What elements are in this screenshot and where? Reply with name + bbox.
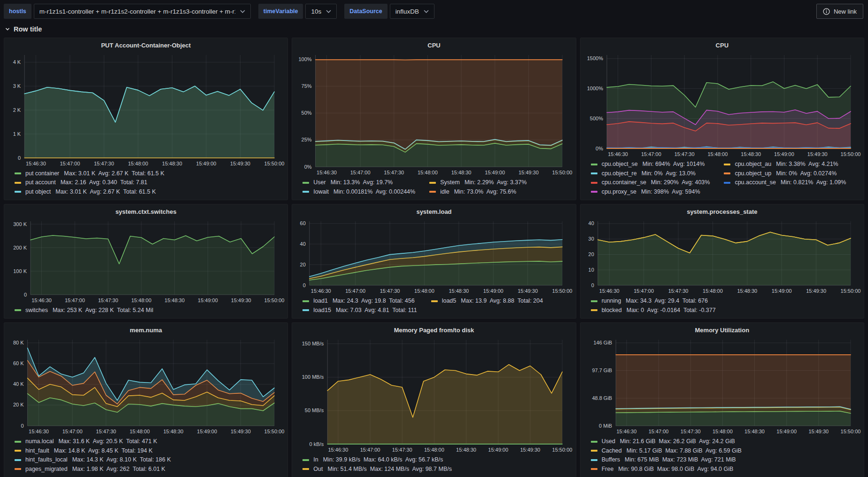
svg-text:15:48:00: 15:48:00 <box>130 429 150 434</box>
chart-put-account-container-object[interactable]: 15:46:3015:47:0015:47:3015:48:0015:48:30… <box>8 51 284 168</box>
panel-cpu: CPU15:46:3015:47:0015:47:3015:48:0015:48… <box>292 38 576 200</box>
legend-item-hint-faults-local[interactable]: hint_faults_localMax: 14.3 K Avg: 8.10 K… <box>15 455 171 465</box>
chart-mem-numa[interactable]: 15:46:3015:47:0015:47:3015:48:0015:48:30… <box>8 336 284 436</box>
legend-item-pages-migrated[interactable]: pages_migratedMax: 1.98 K Avg: 262 Total… <box>15 465 171 474</box>
svg-text:15:46:30: 15:46:30 <box>31 297 52 303</box>
svg-text:15:47:00: 15:47:00 <box>62 429 83 434</box>
legend-item-put-container[interactable]: put containerMax: 3.01 K Avg: 2.67 K Tot… <box>15 169 164 179</box>
panel-title[interactable]: Memory Paged from/to disk <box>296 325 572 336</box>
svg-text:15:50:00: 15:50:00 <box>264 297 285 303</box>
legend-item-idle[interactable]: idleMin: 73.0% Avg: 75.6% <box>429 188 527 197</box>
panel-system-load: system.load15:46:3015:47:0015:47:3015:48… <box>292 204 576 319</box>
panel-system-ctxt-switches: system.ctxt.switches15:46:3015:47:0015:4… <box>4 204 288 319</box>
legend-item-in[interactable]: InMin: 39.9 kB/s Max: 64.0 kB/s Avg: 56.… <box>302 455 452 465</box>
svg-text:3 K: 3 K <box>13 83 21 89</box>
legend-item-cached[interactable]: CachedMin: 5.17 GiB Max: 7.88 GiB Avg: 6… <box>591 446 742 456</box>
chart-cpu[interactable]: 15:46:3015:47:0015:47:3015:48:0015:48:30… <box>584 51 860 158</box>
legend-item-cpu-container-se[interactable]: cpu.container_seMin: 290% Avg: 403% <box>591 178 710 188</box>
legend-item-numa-local[interactable]: numa.localMax: 31.6 K Avg: 20.5 K Total:… <box>15 437 171 446</box>
chart-memory-paged-from-to-disk[interactable]: 15:46:3015:47:0015:47:3015:48:0015:48:30… <box>296 336 572 454</box>
series-label: put object <box>25 188 51 197</box>
chart-system-processes-state[interactable]: 15:46:3015:47:0015:47:3015:48:0015:48:30… <box>584 218 860 295</box>
series-color-swatch <box>302 300 309 302</box>
series-color-swatch <box>591 468 597 470</box>
series-stats: Max: 14.8 K Avg: 8.45 K Total: 194 K <box>54 446 153 456</box>
variable-datasource-dropdown[interactable]: influxDB <box>390 4 434 19</box>
legend-item-load15[interactable]: load15Max: 7.03 Avg: 4.81 Total: 111 <box>302 306 417 315</box>
series-label: cpu.object_au <box>735 160 771 169</box>
panel-title[interactable]: mem.numa <box>8 325 284 336</box>
panel-title[interactable]: CPU <box>584 40 860 51</box>
legend-item-cpu-object-se[interactable]: cpu.object_seMin: 694% Avg: 1014% <box>591 160 710 169</box>
legend-item-used[interactable]: UsedMin: 21.6 GiB Max: 26.2 GiB Avg: 24.… <box>591 437 742 446</box>
series-label: load5 <box>442 297 457 306</box>
panel-title[interactable]: CPU <box>296 40 572 51</box>
svg-text:15:47:30: 15:47:30 <box>380 288 400 294</box>
chart-memory-utilization[interactable]: 15:46:3015:47:0015:47:3015:48:0015:48:30… <box>584 336 860 436</box>
svg-text:2 K: 2 K <box>13 107 21 113</box>
series-stats: Max: 3.01 K Avg: 2.67 K Total: 61.5 K <box>64 169 164 179</box>
series-label: hint_faults_local <box>25 455 68 465</box>
legend-item-put-account[interactable]: put accountMax: 2.16 Avg: 0.340 Total: 7… <box>15 178 164 188</box>
variable-hostls-dropdown[interactable]: m-r1z1s1-controller + m-r1z1s2-controlle… <box>34 4 251 19</box>
svg-text:15:47:00: 15:47:00 <box>60 161 80 166</box>
svg-text:15:50:00: 15:50:00 <box>840 288 860 294</box>
variable-time-dropdown[interactable]: 10s <box>305 4 337 19</box>
legend-item-cpu-object-re[interactable]: cpu.object_reMin: 0% Avg: 13.0% <box>591 169 710 179</box>
series-stats: Min: 73.0% Avg: 75.6% <box>454 188 517 197</box>
legend-item-load1[interactable]: load1Max: 24.3 Avg: 19.8 Total: 456 <box>302 297 417 306</box>
svg-text:300 K: 300 K <box>13 221 27 227</box>
series-stats: Min: 2.29% Avg: 3.37% <box>465 178 527 188</box>
series-color-swatch <box>591 191 597 193</box>
chart-system-ctxt-switches[interactable]: 15:46:3015:47:0015:47:3015:48:0015:48:30… <box>8 218 284 305</box>
legend-item-system[interactable]: SystemMin: 2.29% Avg: 3.37% <box>429 178 527 188</box>
panel-title[interactable]: Memory Utilization <box>584 325 860 336</box>
panel-title[interactable]: PUT Account-Container-Object <box>8 40 284 51</box>
legend-item-hint-fault[interactable]: hint_faultMax: 14.8 K Avg: 8.45 K Total:… <box>15 446 171 456</box>
row-header[interactable]: Row title <box>0 23 868 38</box>
legend-item-free[interactable]: FreeMin: 90.8 GiB Max: 98.0 GiB Avg: 94.… <box>591 465 742 474</box>
series-color-swatch <box>302 468 309 470</box>
legend: UsedMin: 21.6 GiB Max: 26.2 GiB Avg: 24.… <box>584 436 860 474</box>
chart-system-load[interactable]: 15:46:3015:47:0015:47:3015:48:0015:48:30… <box>296 218 572 295</box>
series-color-swatch <box>724 172 730 174</box>
series-color-swatch <box>591 164 597 165</box>
series-stats: Min: 290% Avg: 403% <box>651 178 710 188</box>
series-label: switches <box>25 306 48 315</box>
chart-cpu[interactable]: 15:46:3015:47:0015:47:3015:48:0015:48:30… <box>296 51 572 177</box>
legend-item-user[interactable]: UserMin: 13.3% Avg: 19.7% <box>302 178 415 188</box>
legend-item-cpu-object-up[interactable]: cpu.object_upMin: 0% Avg: 0.0274% <box>724 169 846 179</box>
series-stats: Max: 7.03 Avg: 4.81 Total: 111 <box>336 306 417 315</box>
svg-text:15:49:00: 15:49:00 <box>771 288 791 294</box>
svg-text:100 K: 100 K <box>13 268 27 274</box>
svg-text:15:47:00: 15:47:00 <box>346 288 366 294</box>
svg-text:25%: 25% <box>302 137 312 142</box>
legend-item-cpu-account-se[interactable]: cpu.account_seMin: 0.821% Avg: 1.09% <box>724 178 846 188</box>
panel-title[interactable]: system.processes_state <box>584 206 860 218</box>
series-label: pages_migrated <box>25 465 68 474</box>
svg-text:150 MB/s: 150 MB/s <box>302 341 324 346</box>
new-link-button[interactable]: New link <box>816 4 863 19</box>
legend-item-buffers[interactable]: BuffersMin: 675 MiB Max: 723 MiB Avg: 72… <box>591 455 742 465</box>
svg-text:15:46:30: 15:46:30 <box>328 447 349 453</box>
series-stats: Max: 3.01 K Avg: 2.67 K Total: 61.5 K <box>55 188 156 197</box>
series-stats: Min: 694% Avg: 1014% <box>643 160 705 169</box>
legend-item-put-object[interactable]: put objectMax: 3.01 K Avg: 2.67 K Total:… <box>15 188 164 197</box>
series-label: numa.local <box>25 437 54 446</box>
legend-item-running[interactable]: runningMax: 34.3 Avg: 29.4 Total: 676 <box>591 297 716 306</box>
legend-item-cpu-object-au[interactable]: cpu.object_auMin: 3.38% Avg: 4.21% <box>724 160 846 169</box>
legend-item-out[interactable]: OutMin: 51.4 MB/s Max: 124 MB/s Avg: 98.… <box>302 465 452 474</box>
svg-text:20: 20 <box>588 251 594 257</box>
series-label: put account <box>25 178 56 188</box>
legend-item-load5[interactable]: load5Max: 13.9 Avg: 8.88 Total: 204 <box>431 297 543 306</box>
panel-memory-paged-from-to-disk: Memory Paged from/to disk15:46:3015:47:0… <box>292 322 576 477</box>
variable-time-label: timeVariable <box>258 4 303 19</box>
panel-title[interactable]: system.ctxt.switches <box>8 206 284 218</box>
svg-text:100%: 100% <box>299 56 312 62</box>
legend-item-blocked[interactable]: blockedMax: 0 Avg: -0.0164 Total: -0.377 <box>591 306 716 315</box>
panel-title[interactable]: system.load <box>296 206 572 218</box>
legend-item-switches[interactable]: switchesMax: 253 K Avg: 228 K Total: 5.2… <box>15 306 153 315</box>
legend-item-cpu-proxy-se[interactable]: cpu.proxy_seMin: 398% Avg: 594% <box>591 188 710 197</box>
series-color-swatch <box>591 450 597 452</box>
legend-item-iowait[interactable]: IowaitMin: 0.00181% Avg: 0.00244% <box>302 188 415 197</box>
